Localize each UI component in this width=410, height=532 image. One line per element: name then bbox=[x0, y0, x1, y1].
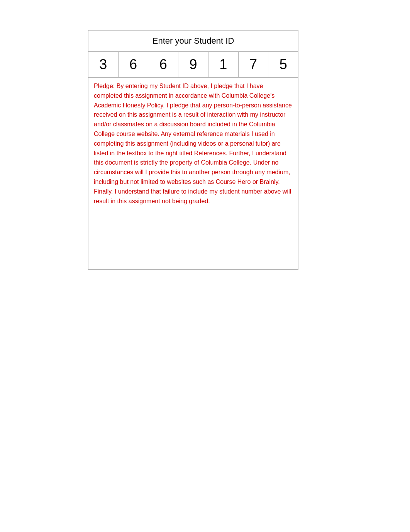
digit-7[interactable]: 5 bbox=[268, 52, 298, 77]
digit-1[interactable]: 3 bbox=[88, 52, 119, 77]
pledge-section: Pledge: By entering my Student ID above,… bbox=[88, 78, 298, 210]
pledge-text: Pledge: By entering my Student ID above,… bbox=[94, 82, 293, 206]
student-id-panel: Enter your Student ID 3 6 6 9 1 7 5 Pled… bbox=[88, 30, 298, 270]
student-id-section: 3 6 6 9 1 7 5 bbox=[88, 52, 298, 78]
title-section: Enter your Student ID bbox=[88, 31, 298, 52]
digit-2[interactable]: 6 bbox=[119, 52, 149, 77]
digit-5[interactable]: 1 bbox=[208, 52, 239, 77]
panel-title: Enter your Student ID bbox=[152, 36, 234, 46]
digit-6[interactable]: 7 bbox=[239, 52, 269, 77]
digit-4[interactable]: 9 bbox=[178, 52, 208, 77]
digit-3[interactable]: 6 bbox=[148, 52, 178, 77]
